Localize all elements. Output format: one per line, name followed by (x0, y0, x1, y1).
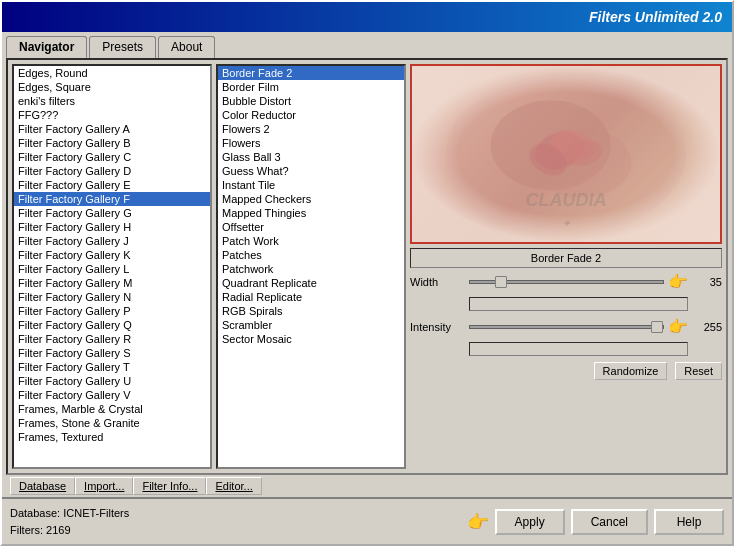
intensity-slider[interactable] (469, 319, 664, 335)
editor-button[interactable]: Editor... (206, 477, 261, 495)
database-button[interactable]: Database (10, 477, 75, 495)
list-item[interactable]: Filter Factory Gallery L (14, 262, 210, 276)
filter-item[interactable]: Mapped Checkers (218, 192, 404, 206)
width-slider-row: Width 👉 35 (410, 272, 722, 291)
width-value: 35 (692, 276, 722, 288)
action-buttons: 👉 Apply Cancel Help (467, 509, 724, 535)
right-panel: CLAUDIA ✦ Border Fade 2 Width 👉 35 (410, 64, 722, 469)
list-item[interactable]: Filter Factory Gallery F (14, 192, 210, 206)
list-item[interactable]: Frames, Textured (14, 430, 210, 444)
list-item[interactable]: Filter Factory Gallery G (14, 206, 210, 220)
filter-item[interactable]: Border Film (218, 80, 404, 94)
intensity-slider-row: Intensity 👉 255 (410, 317, 722, 336)
cancel-button[interactable]: Cancel (571, 509, 648, 535)
app-window: Filters Unlimited 2.0 Navigator Presets … (0, 0, 734, 546)
list-item[interactable]: Filter Factory Gallery Q (14, 318, 210, 332)
db-info: Database: ICNET-Filters Filters: 2169 (10, 505, 129, 538)
title-bar: Filters Unlimited 2.0 (2, 2, 732, 32)
filter-item[interactable]: Bubble Distort (218, 94, 404, 108)
right-toolbar: Randomize Reset (410, 360, 722, 382)
list-item[interactable]: Filter Factory Gallery D (14, 164, 210, 178)
list-item[interactable]: Edges, Square (14, 80, 210, 94)
list-item[interactable]: Filter Factory Gallery C (14, 150, 210, 164)
help-button[interactable]: Help (654, 509, 724, 535)
filter-item[interactable]: Flowers (218, 136, 404, 150)
list-item[interactable]: Filter Factory Gallery U (14, 374, 210, 388)
filter-item[interactable]: Guess What? (218, 164, 404, 178)
bottom-toolbar: Database Import... Filter Info... Editor… (2, 475, 732, 498)
filter-item[interactable]: Border Fade 2 (218, 66, 404, 80)
width-label: Width (410, 276, 465, 288)
list-item[interactable]: Filter Factory Gallery T (14, 360, 210, 374)
tab-about[interactable]: About (158, 36, 215, 58)
list-item[interactable]: Edges, Round (14, 66, 210, 80)
filter-item[interactable]: Patchwork (218, 262, 404, 276)
filters-label: Filters: (10, 524, 43, 536)
tabs-bar: Navigator Presets About (2, 32, 732, 58)
filter-item[interactable]: Offsetter (218, 220, 404, 234)
preview-image: CLAUDIA ✦ (412, 66, 720, 242)
list-item[interactable]: Filter Factory Gallery B (14, 136, 210, 150)
filter-item[interactable]: Flowers 2 (218, 122, 404, 136)
intensity-label: Intensity (410, 321, 465, 333)
reset-button[interactable]: Reset (675, 362, 722, 380)
filters-value: 2169 (46, 524, 70, 536)
filter-item[interactable]: Patch Work (218, 234, 404, 248)
randomize-button[interactable]: Randomize (594, 362, 668, 380)
list-item[interactable]: Filter Factory Gallery E (14, 178, 210, 192)
list-item[interactable]: Filter Factory Gallery P (14, 304, 210, 318)
width-hand-icon: 👉 (668, 272, 688, 291)
sliders-section: Width 👉 35 Intensity 👉 255 (410, 272, 722, 356)
filter-item[interactable]: Sector Mosaic (218, 332, 404, 346)
filter-item[interactable]: Instant Tile (218, 178, 404, 192)
list-item[interactable]: Filter Factory Gallery N (14, 290, 210, 304)
filter-item[interactable]: Patches (218, 248, 404, 262)
list-item[interactable]: Frames, Stone & Granite (14, 416, 210, 430)
db-label: Database: (10, 507, 60, 519)
filter-name-display: Border Fade 2 (410, 248, 722, 268)
intensity-hand-icon: 👉 (668, 317, 688, 336)
list-item[interactable]: Frames, Marble & Crystal (14, 402, 210, 416)
list-item[interactable]: Filter Factory Gallery K (14, 248, 210, 262)
list-item[interactable]: Filter Factory Gallery S (14, 346, 210, 360)
list-item[interactable]: Filter Factory Gallery V (14, 388, 210, 402)
apply-button[interactable]: Apply (495, 509, 565, 535)
watermark: CLAUDIA ✦ (526, 190, 607, 232)
filter-item[interactable]: Quadrant Replicate (218, 276, 404, 290)
category-list[interactable]: Edges, RoundEdges, Squareenki's filtersF… (12, 64, 212, 469)
list-item[interactable]: enki's filters (14, 94, 210, 108)
list-item[interactable]: Filter Factory Gallery A (14, 122, 210, 136)
middle-panel: Border Fade 2Border FilmBubble DistortCo… (216, 64, 406, 469)
filter-item[interactable]: Radial Replicate (218, 290, 404, 304)
blank-slider-row-2 (410, 342, 722, 356)
left-panel: Edges, RoundEdges, Squareenki's filtersF… (12, 64, 212, 469)
list-item[interactable]: Filter Factory Gallery M (14, 276, 210, 290)
filter-list[interactable]: Border Fade 2Border FilmBubble DistortCo… (216, 64, 406, 469)
content-area: Edges, RoundEdges, Squareenki's filtersF… (6, 58, 728, 475)
filter-item[interactable]: Mapped Thingies (218, 206, 404, 220)
intensity-value: 255 (692, 321, 722, 333)
apply-hand-icon: 👉 (467, 511, 489, 533)
filter-item[interactable]: Color Reductor (218, 108, 404, 122)
filter-info-button[interactable]: Filter Info... (133, 477, 206, 495)
list-item[interactable]: Filter Factory Gallery R (14, 332, 210, 346)
list-item[interactable]: FFG??? (14, 108, 210, 122)
tab-presets[interactable]: Presets (89, 36, 156, 58)
blank-slider-row (410, 297, 722, 311)
app-title: Filters Unlimited 2.0 (589, 9, 722, 25)
action-buttons-row: Database: ICNET-Filters Filters: 2169 👉 … (2, 498, 732, 544)
list-item[interactable]: Filter Factory Gallery H (14, 220, 210, 234)
filter-item[interactable]: Scrambler (218, 318, 404, 332)
list-item[interactable]: Filter Factory Gallery J (14, 234, 210, 248)
tab-navigator[interactable]: Navigator (6, 36, 87, 58)
import-button[interactable]: Import... (75, 477, 133, 495)
filter-item[interactable]: RGB Spirals (218, 304, 404, 318)
preview-box: CLAUDIA ✦ (410, 64, 722, 244)
width-slider[interactable] (469, 274, 664, 290)
db-value: ICNET-Filters (63, 507, 129, 519)
filter-item[interactable]: Glass Ball 3 (218, 150, 404, 164)
